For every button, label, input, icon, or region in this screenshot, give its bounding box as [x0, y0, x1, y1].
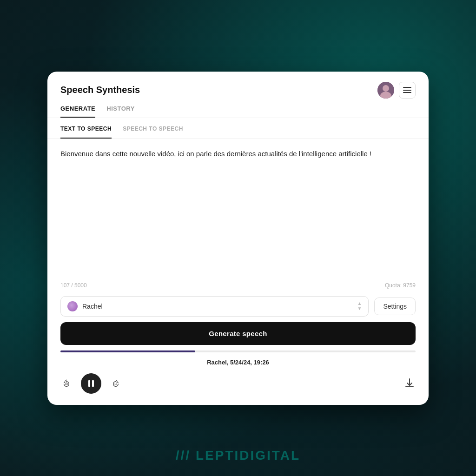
- top-tabs: GENERATE HISTORY: [47, 99, 429, 118]
- voice-row: Rachel ▲ ▼ Settings: [47, 292, 429, 322]
- voice-avatar: [67, 301, 78, 311]
- svg-rect-5: [92, 380, 94, 387]
- counter-row: 107 / 5000 Quota: 9759: [47, 278, 429, 292]
- progress-track[interactable]: [60, 350, 416, 352]
- sub-tab-speech-to-speech[interactable]: SPEECH TO SPEECH: [123, 120, 183, 139]
- svg-rect-4: [88, 380, 90, 387]
- progress-fill: [60, 350, 195, 352]
- menu-line: [403, 90, 411, 91]
- header-actions: [377, 82, 416, 99]
- tab-history[interactable]: HISTORY: [106, 105, 135, 118]
- settings-button[interactable]: Settings: [374, 298, 416, 315]
- sub-tab-text-to-speech[interactable]: TEXT TO SPEECH: [60, 120, 112, 139]
- pause-button[interactable]: [81, 373, 101, 394]
- generate-speech-button[interactable]: Generate speech: [60, 322, 416, 345]
- progress-bar-wrapper: [47, 350, 429, 352]
- menu-line: [403, 92, 411, 93]
- page-title: Speech Synthesis: [60, 85, 140, 95]
- svg-text:10: 10: [114, 383, 117, 385]
- text-area-wrapper[interactable]: Bienvenue dans cette nouvelle vidéo, ici…: [47, 139, 429, 278]
- voice-selector[interactable]: Rachel ▲ ▼: [60, 296, 369, 317]
- menu-button[interactable]: [399, 82, 416, 99]
- main-card: Speech Synthesis GENERATE HISTORY TEXT T…: [47, 72, 429, 405]
- player-left: 10 10: [60, 373, 122, 394]
- avatar[interactable]: [377, 82, 394, 99]
- download-button[interactable]: [403, 377, 416, 390]
- input-text[interactable]: Bienvenue dans cette nouvelle vidéo, ici…: [60, 148, 416, 159]
- player-controls: 10 10: [47, 370, 429, 405]
- watermark-text: /// LEPTIDIGITAL: [176, 448, 300, 463]
- svg-text:10: 10: [65, 383, 68, 385]
- quota-counter: Quota: 9759: [385, 282, 416, 289]
- card-header: Speech Synthesis: [47, 72, 429, 99]
- svg-point-1: [383, 85, 389, 92]
- sub-tabs: TEXT TO SPEECH SPEECH TO SPEECH: [47, 120, 429, 139]
- rewind-button[interactable]: 10: [60, 377, 73, 390]
- menu-line: [403, 87, 411, 88]
- tab-generate[interactable]: GENERATE: [60, 105, 95, 118]
- voice-name: Rachel: [82, 303, 353, 310]
- track-info: Rachel, 5/24/24, 19:26: [47, 356, 429, 370]
- char-counter: 107 / 5000: [60, 282, 87, 289]
- voice-arrows-icon: ▲ ▼: [357, 301, 362, 311]
- forward-button[interactable]: 10: [110, 377, 122, 390]
